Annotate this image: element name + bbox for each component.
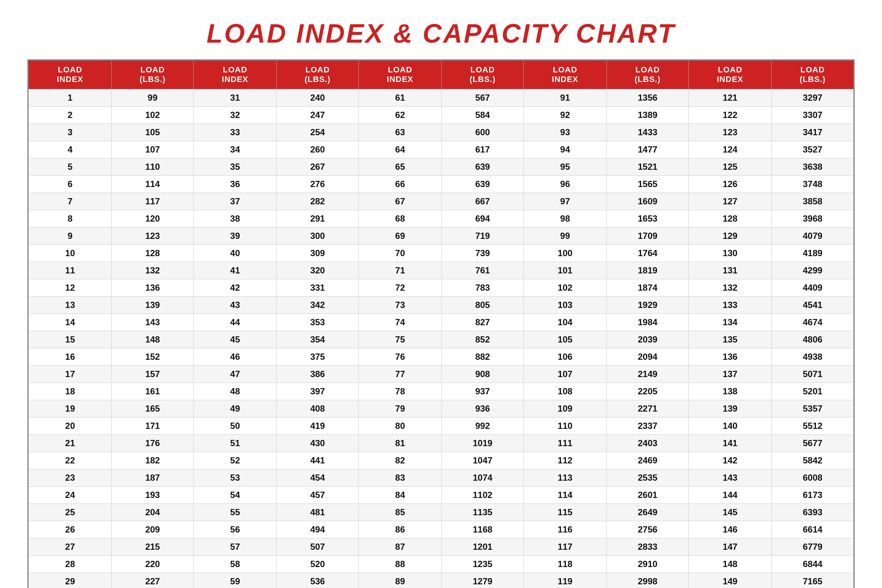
cell-r4-c9: 3638 [772, 158, 854, 175]
cell-r24-c7: 2649 [607, 504, 689, 521]
cell-r25-c5: 1168 [442, 521, 524, 538]
cell-r11-c5: 783 [442, 279, 524, 296]
cell-r8-c0: 9 [28, 227, 112, 244]
cell-r21-c0: 22 [28, 452, 112, 469]
cell-r20-c4: 81 [358, 434, 441, 452]
load-index-table: LOADINDEXLOAD(LBS.)LOADINDEXLOAD(LBS.)LO… [28, 60, 854, 588]
table-row: 211765143081101911124031415677 [28, 434, 854, 452]
cell-r11-c9: 4409 [772, 279, 854, 296]
cell-r28-c9: 7165 [772, 573, 854, 588]
cell-r9-c8: 130 [688, 244, 771, 262]
cell-r3-c8: 124 [688, 141, 771, 158]
cell-r18-c5: 936 [442, 400, 524, 417]
cell-r10-c5: 761 [442, 262, 524, 279]
cell-r1-c1: 102 [112, 106, 194, 123]
cell-r0-c9: 3297 [772, 89, 854, 106]
cell-r2-c0: 3 [28, 123, 112, 141]
cell-r23-c8: 144 [688, 486, 771, 504]
cell-r0-c1: 99 [112, 89, 194, 106]
table-row: 611436276666399615651263748 [28, 175, 854, 193]
cell-r26-c6: 117 [524, 538, 606, 555]
cell-r4-c7: 1521 [607, 158, 689, 175]
cell-r10-c2: 41 [193, 262, 276, 279]
cell-r19-c8: 140 [688, 417, 771, 434]
cell-r19-c2: 50 [193, 417, 276, 434]
cell-r16-c5: 908 [442, 365, 524, 382]
cell-r5-c5: 639 [442, 175, 524, 193]
cell-r13-c7: 1984 [607, 314, 689, 331]
cell-r24-c4: 85 [358, 504, 441, 521]
cell-r12-c5: 805 [442, 296, 524, 314]
cell-r27-c3: 520 [277, 555, 358, 573]
cell-r16-c0: 17 [28, 365, 112, 382]
cell-r22-c4: 83 [358, 469, 441, 486]
cell-r2-c2: 33 [193, 123, 276, 141]
table-row: 11132413207176110118191314299 [28, 262, 854, 279]
cell-r3-c6: 94 [524, 141, 606, 158]
cell-r11-c3: 331 [277, 279, 358, 296]
cell-r28-c3: 536 [277, 573, 358, 588]
cell-r14-c5: 852 [442, 331, 524, 348]
cell-r12-c6: 103 [524, 296, 606, 314]
col-header-9: LOAD(LBS.) [772, 61, 854, 89]
cell-r24-c1: 204 [112, 504, 194, 521]
cell-r14-c2: 45 [193, 331, 276, 348]
cell-r7-c0: 8 [28, 210, 112, 227]
cell-r2-c7: 1433 [607, 123, 689, 141]
cell-r0-c5: 567 [442, 89, 524, 106]
cell-r27-c6: 118 [524, 555, 606, 573]
cell-r20-c5: 1019 [442, 434, 524, 452]
cell-r1-c0: 2 [28, 106, 112, 123]
cell-r28-c2: 59 [193, 573, 276, 588]
table-row: 241935445784110211426011446173 [28, 486, 854, 504]
cell-r12-c2: 43 [193, 296, 276, 314]
cell-r13-c8: 134 [688, 314, 771, 331]
cell-r21-c8: 142 [688, 452, 771, 469]
cell-r10-c0: 11 [28, 262, 112, 279]
cell-r21-c4: 82 [358, 452, 441, 469]
cell-r26-c0: 27 [28, 538, 112, 555]
cell-r8-c2: 39 [193, 227, 276, 244]
cell-r14-c6: 105 [524, 331, 606, 348]
cell-r14-c8: 135 [688, 331, 771, 348]
cell-r27-c5: 1235 [442, 555, 524, 573]
cell-r9-c9: 4189 [772, 244, 854, 262]
cell-r10-c8: 131 [688, 262, 771, 279]
cell-r21-c1: 182 [112, 452, 194, 469]
cell-r3-c5: 617 [442, 141, 524, 158]
cell-r11-c0: 12 [28, 279, 112, 296]
cell-r25-c2: 56 [193, 521, 276, 538]
cell-r20-c8: 141 [688, 434, 771, 452]
page-title: LOAD INDEX & CAPACITY CHART [207, 18, 675, 48]
cell-r2-c5: 600 [442, 123, 524, 141]
cell-r24-c3: 481 [277, 504, 358, 521]
cell-r0-c3: 240 [277, 89, 358, 106]
table-row: 20171504198099211023371405512 [28, 417, 854, 434]
cell-r16-c9: 5071 [772, 365, 854, 382]
cell-r18-c2: 49 [193, 400, 276, 417]
cell-r27-c9: 6844 [772, 555, 854, 573]
cell-r10-c3: 320 [277, 262, 358, 279]
cell-r3-c4: 64 [358, 141, 441, 158]
cell-r26-c8: 147 [688, 538, 771, 555]
cell-r18-c4: 79 [358, 400, 441, 417]
cell-r17-c7: 2205 [607, 382, 689, 400]
cell-r16-c1: 157 [112, 365, 194, 382]
cell-r16-c6: 107 [524, 365, 606, 382]
table-row: 912339300697199917091294079 [28, 227, 854, 244]
cell-r15-c6: 106 [524, 348, 606, 365]
cell-r13-c3: 353 [277, 314, 358, 331]
cell-r14-c9: 4806 [772, 331, 854, 348]
cell-r4-c4: 65 [358, 158, 441, 175]
cell-r22-c1: 187 [112, 469, 194, 486]
col-header-0: LOADINDEX [28, 61, 112, 89]
cell-r0-c6: 91 [524, 89, 606, 106]
cell-r21-c6: 112 [524, 452, 606, 469]
cell-r23-c5: 1102 [442, 486, 524, 504]
cell-r23-c6: 114 [524, 486, 606, 504]
cell-r0-c0: 1 [28, 89, 112, 106]
cell-r14-c1: 148 [112, 331, 194, 348]
table-row: 262095649486116811627561466614 [28, 521, 854, 538]
cell-r16-c8: 137 [688, 365, 771, 382]
cell-r5-c4: 66 [358, 175, 441, 193]
